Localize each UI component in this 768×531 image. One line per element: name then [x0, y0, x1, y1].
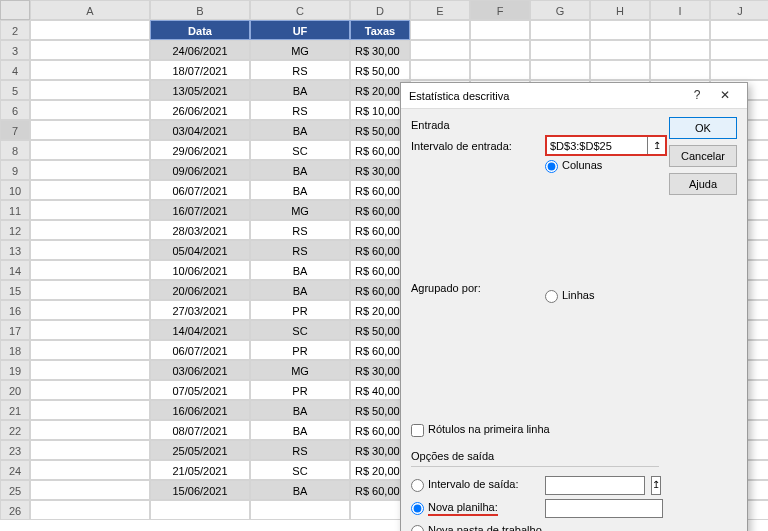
- cell-B2[interactable]: Data: [150, 20, 250, 40]
- cell-A4[interactable]: [30, 60, 150, 80]
- cell-B18[interactable]: 06/07/2021: [150, 340, 250, 360]
- row-header-18[interactable]: 18: [0, 340, 30, 360]
- cell-B26[interactable]: [150, 500, 250, 520]
- cell-F2[interactable]: [470, 20, 530, 40]
- cell-A24[interactable]: [30, 460, 150, 480]
- column-header-E[interactable]: E: [410, 0, 470, 20]
- cell-H3[interactable]: [590, 40, 650, 60]
- cell-A16[interactable]: [30, 300, 150, 320]
- cell-B4[interactable]: 18/07/2021: [150, 60, 250, 80]
- cell-G3[interactable]: [530, 40, 590, 60]
- cell-B24[interactable]: 21/05/2021: [150, 460, 250, 480]
- cell-H2[interactable]: [590, 20, 650, 40]
- cell-B9[interactable]: 09/06/2021: [150, 160, 250, 180]
- cell-A9[interactable]: [30, 160, 150, 180]
- cell-F3[interactable]: [470, 40, 530, 60]
- row-header-26[interactable]: 26: [0, 500, 30, 520]
- cell-B19[interactable]: 03/06/2021: [150, 360, 250, 380]
- cell-C14[interactable]: BA: [250, 260, 350, 280]
- select-all-corner[interactable]: [0, 0, 30, 20]
- close-icon[interactable]: ✕: [711, 85, 739, 107]
- cell-A14[interactable]: [30, 260, 150, 280]
- cell-C22[interactable]: BA: [250, 420, 350, 440]
- cell-A21[interactable]: [30, 400, 150, 420]
- cell-C24[interactable]: SC: [250, 460, 350, 480]
- row-header-10[interactable]: 10: [0, 180, 30, 200]
- cell-A10[interactable]: [30, 180, 150, 200]
- row-header-2[interactable]: 2: [0, 20, 30, 40]
- row-header-24[interactable]: 24: [0, 460, 30, 480]
- ok-button[interactable]: OK: [669, 117, 737, 139]
- cell-I4[interactable]: [650, 60, 710, 80]
- row-header-5[interactable]: 5: [0, 80, 30, 100]
- cell-B21[interactable]: 16/06/2021: [150, 400, 250, 420]
- row-header-16[interactable]: 16: [0, 300, 30, 320]
- cell-C25[interactable]: BA: [250, 480, 350, 500]
- cell-C9[interactable]: BA: [250, 160, 350, 180]
- row-header-6[interactable]: 6: [0, 100, 30, 120]
- cell-A18[interactable]: [30, 340, 150, 360]
- cell-I2[interactable]: [650, 20, 710, 40]
- help-button[interactable]: Ajuda: [669, 173, 737, 195]
- cell-A20[interactable]: [30, 380, 150, 400]
- cell-D4[interactable]: R$ 50,00: [350, 60, 410, 80]
- cell-B11[interactable]: 16/07/2021: [150, 200, 250, 220]
- cell-A11[interactable]: [30, 200, 150, 220]
- cell-C23[interactable]: RS: [250, 440, 350, 460]
- row-header-12[interactable]: 12: [0, 220, 30, 240]
- cell-C16[interactable]: PR: [250, 300, 350, 320]
- help-icon[interactable]: ?: [683, 85, 711, 107]
- cell-C26[interactable]: [250, 500, 350, 520]
- row-header-13[interactable]: 13: [0, 240, 30, 260]
- cell-B13[interactable]: 05/04/2021: [150, 240, 250, 260]
- cell-B10[interactable]: 06/07/2021: [150, 180, 250, 200]
- cell-A17[interactable]: [30, 320, 150, 340]
- cell-B3[interactable]: 24/06/2021: [150, 40, 250, 60]
- row-header-22[interactable]: 22: [0, 420, 30, 440]
- cell-C3[interactable]: MG: [250, 40, 350, 60]
- cell-C18[interactable]: PR: [250, 340, 350, 360]
- column-header-J[interactable]: J: [710, 0, 768, 20]
- cell-A23[interactable]: [30, 440, 150, 460]
- row-header-4[interactable]: 4: [0, 60, 30, 80]
- row-header-9[interactable]: 9: [0, 160, 30, 180]
- cancel-button[interactable]: Cancelar: [669, 145, 737, 167]
- row-header-23[interactable]: 23: [0, 440, 30, 460]
- cell-A12[interactable]: [30, 220, 150, 240]
- cell-H4[interactable]: [590, 60, 650, 80]
- cell-C11[interactable]: MG: [250, 200, 350, 220]
- cell-C8[interactable]: SC: [250, 140, 350, 160]
- cell-B12[interactable]: 28/03/2021: [150, 220, 250, 240]
- row-header-7[interactable]: 7: [0, 120, 30, 140]
- cell-G4[interactable]: [530, 60, 590, 80]
- cell-G2[interactable]: [530, 20, 590, 40]
- cell-E3[interactable]: [410, 40, 470, 60]
- cell-E4[interactable]: [410, 60, 470, 80]
- cell-A25[interactable]: [30, 480, 150, 500]
- cell-B20[interactable]: 07/05/2021: [150, 380, 250, 400]
- row-header-15[interactable]: 15: [0, 280, 30, 300]
- column-header-C[interactable]: C: [250, 0, 350, 20]
- row-header-20[interactable]: 20: [0, 380, 30, 400]
- radio-output-range[interactable]: Intervalo de saída:: [411, 478, 539, 492]
- column-header-H[interactable]: H: [590, 0, 650, 20]
- cell-D3[interactable]: R$ 30,00: [350, 40, 410, 60]
- cell-A26[interactable]: [30, 500, 150, 520]
- row-header-25[interactable]: 25: [0, 480, 30, 500]
- cell-J3[interactable]: [710, 40, 768, 60]
- cell-F4[interactable]: [470, 60, 530, 80]
- cell-C6[interactable]: RS: [250, 100, 350, 120]
- cell-A2[interactable]: [30, 20, 150, 40]
- cell-C19[interactable]: MG: [250, 360, 350, 380]
- cell-B15[interactable]: 20/06/2021: [150, 280, 250, 300]
- row-header-3[interactable]: 3: [0, 40, 30, 60]
- cell-B6[interactable]: 26/06/2021: [150, 100, 250, 120]
- column-header-I[interactable]: I: [650, 0, 710, 20]
- cell-A7[interactable]: [30, 120, 150, 140]
- cell-C12[interactable]: RS: [250, 220, 350, 240]
- new-sheet-name-field[interactable]: [545, 499, 663, 518]
- cell-B16[interactable]: 27/03/2021: [150, 300, 250, 320]
- row-header-8[interactable]: 8: [0, 140, 30, 160]
- row-header-21[interactable]: 21: [0, 400, 30, 420]
- column-header-D[interactable]: D: [350, 0, 410, 20]
